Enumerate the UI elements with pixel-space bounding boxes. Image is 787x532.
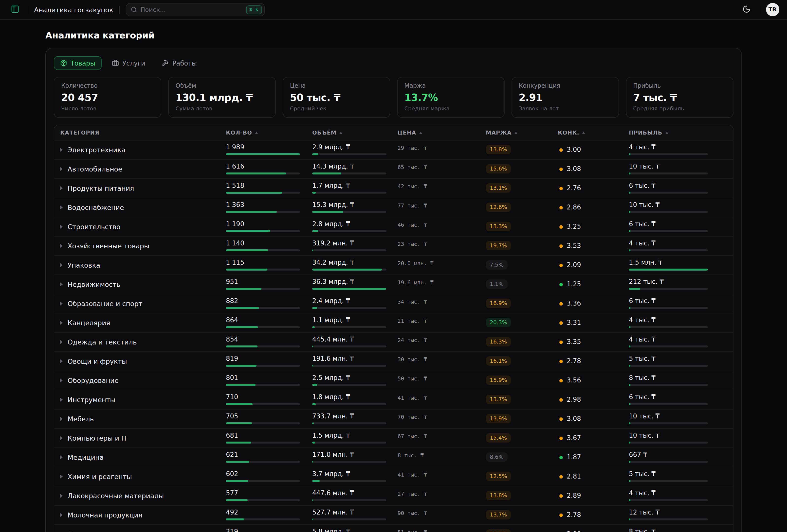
moon-icon bbox=[742, 5, 751, 15]
column-header-price[interactable]: ЦЕНА bbox=[398, 129, 486, 136]
table-row[interactable]: Мебель705733.7 млн. ₸70 тыс. ₸13.9%3.081… bbox=[54, 409, 733, 429]
competition-dot bbox=[559, 244, 563, 248]
table-header: КАТЕГОРИЯКОЛ-ВООБЪЁМЦЕНАМАРЖАКОНК.ПРИБЫЛ… bbox=[54, 125, 733, 140]
column-header-margin[interactable]: МАРЖА bbox=[486, 129, 558, 136]
profit-bar bbox=[629, 346, 708, 348]
volume-value: 1.1 млрд. ₸ bbox=[312, 317, 398, 324]
count-value: 882 bbox=[226, 298, 312, 305]
profit-value: 212 тыс. ₸ bbox=[629, 279, 733, 285]
volume-bar bbox=[312, 499, 386, 501]
table-row[interactable]: Продукты питания1 5181.7 млрд. ₸42 тыс. … bbox=[54, 179, 733, 198]
expand-caret-icon[interactable] bbox=[60, 456, 63, 459]
page-title: Аналитика категорий bbox=[45, 30, 742, 40]
search-box[interactable]: ⌘ k bbox=[126, 3, 264, 16]
expand-caret-icon[interactable] bbox=[60, 302, 63, 306]
table-row[interactable]: Компьютеры и IT6811.5 млрд. ₸67 тыс. ₸15… bbox=[54, 429, 733, 448]
table-row[interactable]: Канцелярия8641.1 млрд. ₸21 тыс. ₸20.3%3.… bbox=[54, 313, 733, 333]
count-value: 819 bbox=[226, 355, 312, 362]
table-row[interactable]: Спецодежда3195.8 млрд. ₸51 тыс. ₸14.1%2.… bbox=[54, 525, 733, 532]
table-row[interactable]: Упаковка1 11534.2 млрд. ₸20.0 млн. ₸7.5%… bbox=[54, 256, 733, 275]
sort-asc-icon bbox=[515, 131, 518, 134]
package-icon bbox=[60, 60, 67, 67]
expand-caret-icon[interactable] bbox=[60, 513, 63, 517]
tab-uslugi[interactable]: Услуги bbox=[106, 56, 152, 70]
expand-caret-icon[interactable] bbox=[60, 494, 63, 498]
expand-caret-icon[interactable] bbox=[60, 167, 63, 171]
table-row[interactable]: Хозяйственные товары1 140319.2 млн. ₸23 … bbox=[54, 237, 733, 256]
volume-bar bbox=[312, 422, 386, 424]
divider bbox=[119, 6, 120, 14]
expand-caret-icon[interactable] bbox=[60, 148, 63, 152]
price-value: 34 тыс. ₸ bbox=[398, 298, 486, 306]
expand-caret-icon[interactable] bbox=[60, 417, 63, 421]
table-row[interactable]: Овощи и фрукты819191.6 млн. ₸30 тыс. ₸16… bbox=[54, 352, 733, 371]
count-bar bbox=[226, 499, 300, 501]
expand-caret-icon[interactable] bbox=[60, 340, 63, 344]
count-value: 705 bbox=[226, 413, 312, 420]
search-input[interactable] bbox=[140, 6, 242, 13]
count-value: 801 bbox=[226, 375, 312, 381]
table-row[interactable]: Недвижимость95136.3 млрд. ₸19.6 млн. ₸1.… bbox=[54, 275, 733, 294]
count-value: 319 bbox=[226, 528, 312, 532]
profit-bar bbox=[629, 442, 708, 444]
summary-sublabel: Средний чек bbox=[290, 106, 383, 112]
avatar[interactable]: ТВ bbox=[766, 3, 779, 16]
column-header-count[interactable]: КОЛ-ВО bbox=[226, 129, 312, 136]
table-row[interactable]: Оборудование8012.5 млрд. ₸50 тыс. ₸15.9%… bbox=[54, 371, 733, 390]
margin-badge: 16.9% bbox=[486, 298, 511, 308]
summary-sublabel: Сумма лотов bbox=[176, 106, 268, 112]
expand-caret-icon[interactable] bbox=[60, 359, 63, 363]
expand-caret-icon[interactable] bbox=[60, 378, 63, 382]
table-row[interactable]: Молочная продукция492527.7 млн. ₸90 тыс.… bbox=[54, 506, 733, 525]
sidebar-toggle-button[interactable] bbox=[8, 3, 22, 17]
theme-toggle-button[interactable] bbox=[740, 3, 753, 17]
volume-bar bbox=[312, 211, 386, 213]
expand-caret-icon[interactable] bbox=[60, 474, 63, 479]
table-row[interactable]: Медицина621171.0 млн. ₸8 тыс. ₸8.6%1.876… bbox=[54, 448, 733, 467]
profit-bar bbox=[629, 326, 708, 328]
table-body: Электротехника1 9892.9 млрд. ₸29 тыс. ₸1… bbox=[54, 140, 733, 532]
expand-caret-icon[interactable] bbox=[60, 244, 63, 248]
margin-badge: 15.4% bbox=[486, 433, 511, 443]
category-name: Лакокрасочные материалы bbox=[68, 492, 164, 500]
table-row[interactable]: Автомобильное1 61614.3 млрд. ₸65 тыс. ₸1… bbox=[54, 160, 733, 179]
expand-caret-icon[interactable] bbox=[60, 263, 63, 267]
margin-badge: 12.5% bbox=[486, 472, 511, 481]
expand-caret-icon[interactable] bbox=[60, 398, 63, 402]
margin-badge: 15.9% bbox=[486, 376, 511, 385]
table-row[interactable]: Лакокрасочные материалы577447.6 млн. ₸27… bbox=[54, 486, 733, 506]
expand-caret-icon[interactable] bbox=[60, 321, 63, 325]
table-row[interactable]: Электротехника1 9892.9 млрд. ₸29 тыс. ₸1… bbox=[54, 140, 733, 160]
price-value: 20.0 млн. ₸ bbox=[398, 259, 486, 267]
profit-bar bbox=[629, 518, 708, 520]
column-header-profit[interactable]: ПРИБЫЛЬ bbox=[629, 129, 733, 136]
volume-value: 447.6 млн. ₸ bbox=[312, 490, 398, 497]
search-shortcut-kbd: ⌘ k bbox=[246, 5, 262, 14]
competition-value: 2.78 bbox=[567, 512, 581, 518]
margin-badge: 13.9% bbox=[486, 414, 511, 423]
expand-caret-icon[interactable] bbox=[60, 186, 63, 190]
profit-bar bbox=[629, 249, 708, 251]
profit-bar bbox=[629, 499, 708, 501]
volume-value: 2.9 млрд. ₸ bbox=[312, 144, 398, 151]
tab-raboty[interactable]: Работы bbox=[156, 56, 203, 70]
count-bar bbox=[226, 230, 300, 232]
table-row[interactable]: Одежда и текстиль854445.4 млн. ₸24 тыс. … bbox=[54, 333, 733, 352]
table-row[interactable]: Водоснабжение1 36315.3 млрд. ₸77 тыс. ₸1… bbox=[54, 198, 733, 217]
table-row[interactable]: Химия и реагенты6023.7 млрд. ₸41 тыс. ₸1… bbox=[54, 467, 733, 486]
column-header-competition[interactable]: КОНК. bbox=[558, 129, 629, 136]
expand-caret-icon[interactable] bbox=[60, 225, 63, 229]
table-row[interactable]: Образование и спорт8822.4 млрд. ₸34 тыс.… bbox=[54, 294, 733, 313]
expand-caret-icon[interactable] bbox=[60, 436, 63, 440]
table-row[interactable]: Строительство1 1902.8 млрд. ₸46 тыс. ₸13… bbox=[54, 217, 733, 237]
hammer-icon bbox=[162, 60, 169, 67]
count-value: 1 190 bbox=[226, 221, 312, 228]
competition-dot bbox=[559, 456, 563, 459]
column-header-volume[interactable]: ОБЪЁМ bbox=[312, 129, 398, 136]
column-label: КОЛ-ВО bbox=[226, 129, 252, 136]
expand-caret-icon[interactable] bbox=[60, 282, 63, 286]
tab-tovary[interactable]: Товары bbox=[54, 56, 102, 70]
expand-caret-icon[interactable] bbox=[60, 205, 63, 209]
table-row[interactable]: Инструменты7101.8 млрд. ₸41 тыс. ₸13.7%2… bbox=[54, 390, 733, 409]
competition-dot bbox=[559, 283, 563, 286]
